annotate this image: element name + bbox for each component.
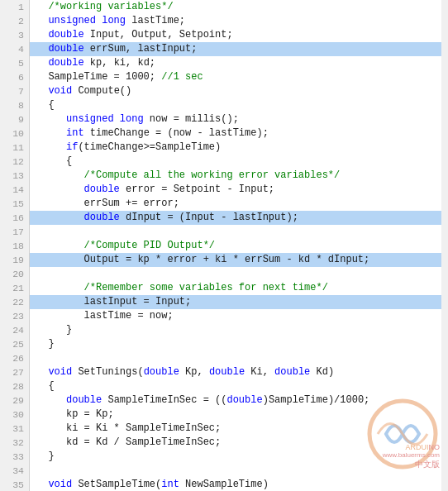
code-line	[30, 225, 448, 239]
code-line: kp = Kp;	[30, 408, 448, 422]
line-number: 20	[0, 267, 29, 281]
code-line	[30, 351, 448, 365]
line-number: 33	[0, 450, 29, 464]
line-numbers: 1234567891011121314151617181920212223242…	[0, 0, 30, 491]
line-number: 5	[0, 56, 29, 70]
scrollbar[interactable]	[441, 0, 448, 491]
code-line: double SampleTimeInSec = ((double)Sample…	[30, 393, 448, 408]
code-line: }	[30, 450, 448, 464]
line-number: 9	[0, 112, 29, 126]
line-number: 28	[0, 379, 29, 393]
code-line: SampleTime = 1000; //1 sec	[30, 70, 448, 84]
line-number: 2	[0, 14, 29, 28]
code-line: /*Compute PID Output*/	[30, 239, 448, 253]
line-number: 15	[0, 197, 29, 211]
code-line: double error = Setpoint - Input;	[30, 183, 448, 197]
line-number: 12	[0, 155, 29, 169]
line-number: 19	[0, 253, 29, 267]
code-line: lastInput = Input;	[30, 295, 448, 309]
code-line: if(timeChange>=SampleTime)	[30, 141, 448, 155]
code-line: {	[30, 98, 448, 112]
code-line: lastTime = now;	[30, 309, 448, 323]
code-line: {	[30, 155, 448, 169]
line-number: 21	[0, 281, 29, 295]
line-number: 27	[0, 365, 29, 379]
code-line: unsigned long lastTime;	[30, 14, 448, 28]
code-line: void Compute()	[30, 84, 448, 98]
line-number: 18	[0, 239, 29, 253]
code-editor: 1234567891011121314151617181920212223242…	[0, 0, 448, 491]
line-number: 30	[0, 408, 29, 422]
code-line: double Input, Output, Setpoint;	[30, 28, 448, 42]
code-line: ki = Ki * SampleTimeInSec;	[30, 422, 448, 436]
line-number: 13	[0, 169, 29, 183]
line-number: 25	[0, 337, 29, 351]
code-line: /*Remember some variables for next time*…	[30, 281, 448, 295]
code-line: void SetTunings(double Kp, double Ki, do…	[30, 365, 448, 379]
line-number: 23	[0, 309, 29, 323]
line-number: 35	[0, 478, 29, 491]
line-number: 32	[0, 436, 29, 450]
line-number: 34	[0, 464, 29, 478]
code-line: }	[30, 323, 448, 337]
line-number: 11	[0, 141, 29, 155]
code-area[interactable]: /*working variables*/ unsigned long last…	[30, 0, 448, 491]
line-number: 7	[0, 84, 29, 98]
code-line: double dInput = (Input - lastInput);	[30, 211, 448, 225]
line-number: 1	[0, 0, 29, 14]
code-line: errSum += error;	[30, 197, 448, 211]
code-line	[30, 267, 448, 281]
code-line: kd = Kd / SampleTimeInSec;	[30, 436, 448, 450]
line-number: 22	[0, 295, 29, 309]
code-line: double errSum, lastInput;	[30, 42, 448, 56]
code-line: Output = kp * error + ki * errSum - kd *…	[30, 253, 448, 267]
line-number: 29	[0, 393, 29, 408]
code-line: double kp, ki, kd;	[30, 56, 448, 70]
code-line: /*working variables*/	[30, 0, 448, 14]
line-number: 26	[0, 351, 29, 365]
line-number: 14	[0, 183, 29, 197]
code-line: unsigned long now = millis();	[30, 112, 448, 126]
line-number: 10	[0, 126, 29, 141]
code-line: }	[30, 337, 448, 351]
line-number: 17	[0, 225, 29, 239]
line-number: 3	[0, 28, 29, 42]
code-line: {	[30, 379, 448, 393]
code-line: int timeChange = (now - lastTime);	[30, 126, 448, 141]
line-number: 31	[0, 422, 29, 436]
line-number: 8	[0, 98, 29, 112]
code-line	[30, 464, 448, 478]
code-line: /*Compute all the working error variable…	[30, 169, 448, 183]
line-number: 24	[0, 323, 29, 337]
line-number: 4	[0, 42, 29, 56]
code-line: void SetSampleTime(int NewSampleTime)	[30, 478, 448, 491]
line-number: 6	[0, 70, 29, 84]
line-number: 16	[0, 211, 29, 225]
